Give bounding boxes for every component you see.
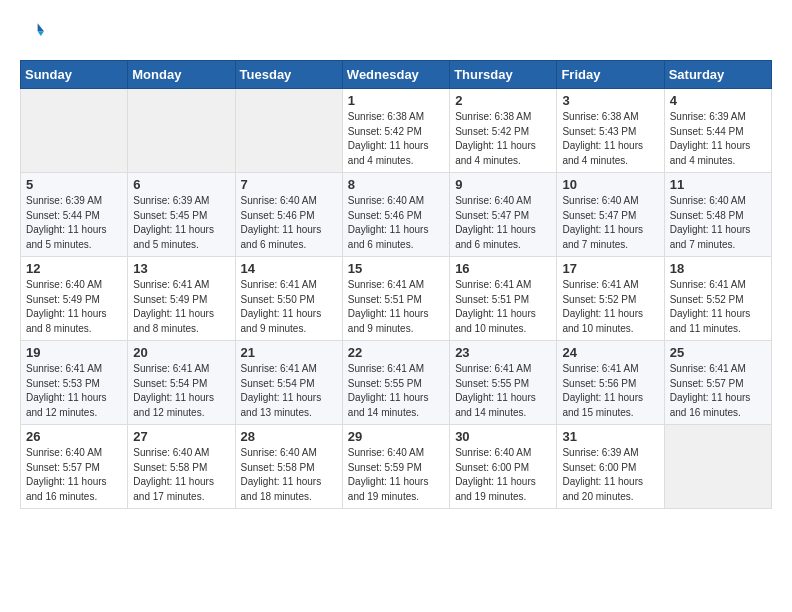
day-info: Sunrise: 6:41 AM Sunset: 5:56 PM Dayligh… xyxy=(562,362,658,420)
calendar-cell: 10Sunrise: 6:40 AM Sunset: 5:47 PM Dayli… xyxy=(557,173,664,257)
calendar-cell: 4Sunrise: 6:39 AM Sunset: 5:44 PM Daylig… xyxy=(664,89,771,173)
day-number: 22 xyxy=(348,345,444,360)
calendar-cell: 14Sunrise: 6:41 AM Sunset: 5:50 PM Dayli… xyxy=(235,257,342,341)
calendar-week-row: 19Sunrise: 6:41 AM Sunset: 5:53 PM Dayli… xyxy=(21,341,772,425)
weekday-header: Saturday xyxy=(664,61,771,89)
day-number: 11 xyxy=(670,177,766,192)
calendar-cell xyxy=(128,89,235,173)
day-number: 3 xyxy=(562,93,658,108)
calendar-cell: 23Sunrise: 6:41 AM Sunset: 5:55 PM Dayli… xyxy=(450,341,557,425)
day-info: Sunrise: 6:40 AM Sunset: 5:48 PM Dayligh… xyxy=(670,194,766,252)
calendar-week-row: 26Sunrise: 6:40 AM Sunset: 5:57 PM Dayli… xyxy=(21,425,772,509)
day-info: Sunrise: 6:41 AM Sunset: 5:49 PM Dayligh… xyxy=(133,278,229,336)
calendar-week-row: 5Sunrise: 6:39 AM Sunset: 5:44 PM Daylig… xyxy=(21,173,772,257)
day-info: Sunrise: 6:41 AM Sunset: 5:57 PM Dayligh… xyxy=(670,362,766,420)
weekday-header: Wednesday xyxy=(342,61,449,89)
day-info: Sunrise: 6:41 AM Sunset: 5:54 PM Dayligh… xyxy=(241,362,337,420)
day-number: 5 xyxy=(26,177,122,192)
calendar-cell: 27Sunrise: 6:40 AM Sunset: 5:58 PM Dayli… xyxy=(128,425,235,509)
calendar-cell: 17Sunrise: 6:41 AM Sunset: 5:52 PM Dayli… xyxy=(557,257,664,341)
day-info: Sunrise: 6:38 AM Sunset: 5:42 PM Dayligh… xyxy=(455,110,551,168)
calendar-cell: 2Sunrise: 6:38 AM Sunset: 5:42 PM Daylig… xyxy=(450,89,557,173)
calendar-table: SundayMondayTuesdayWednesdayThursdayFrid… xyxy=(20,60,772,509)
calendar-cell: 28Sunrise: 6:40 AM Sunset: 5:58 PM Dayli… xyxy=(235,425,342,509)
calendar-cell: 7Sunrise: 6:40 AM Sunset: 5:46 PM Daylig… xyxy=(235,173,342,257)
day-info: Sunrise: 6:40 AM Sunset: 5:58 PM Dayligh… xyxy=(133,446,229,504)
day-info: Sunrise: 6:38 AM Sunset: 5:42 PM Dayligh… xyxy=(348,110,444,168)
day-number: 9 xyxy=(455,177,551,192)
day-number: 13 xyxy=(133,261,229,276)
day-number: 6 xyxy=(133,177,229,192)
day-number: 29 xyxy=(348,429,444,444)
day-info: Sunrise: 6:41 AM Sunset: 5:53 PM Dayligh… xyxy=(26,362,122,420)
day-info: Sunrise: 6:41 AM Sunset: 5:52 PM Dayligh… xyxy=(670,278,766,336)
day-number: 14 xyxy=(241,261,337,276)
day-info: Sunrise: 6:40 AM Sunset: 5:58 PM Dayligh… xyxy=(241,446,337,504)
svg-marker-1 xyxy=(38,31,44,36)
weekday-header: Thursday xyxy=(450,61,557,89)
day-number: 25 xyxy=(670,345,766,360)
day-number: 17 xyxy=(562,261,658,276)
calendar-cell: 22Sunrise: 6:41 AM Sunset: 5:55 PM Dayli… xyxy=(342,341,449,425)
day-info: Sunrise: 6:39 AM Sunset: 5:44 PM Dayligh… xyxy=(26,194,122,252)
day-number: 21 xyxy=(241,345,337,360)
calendar-cell: 6Sunrise: 6:39 AM Sunset: 5:45 PM Daylig… xyxy=(128,173,235,257)
day-number: 23 xyxy=(455,345,551,360)
calendar-cell: 8Sunrise: 6:40 AM Sunset: 5:46 PM Daylig… xyxy=(342,173,449,257)
day-number: 30 xyxy=(455,429,551,444)
day-number: 16 xyxy=(455,261,551,276)
day-number: 12 xyxy=(26,261,122,276)
day-number: 2 xyxy=(455,93,551,108)
calendar-cell: 12Sunrise: 6:40 AM Sunset: 5:49 PM Dayli… xyxy=(21,257,128,341)
calendar-header-row: SundayMondayTuesdayWednesdayThursdayFrid… xyxy=(21,61,772,89)
calendar-cell: 5Sunrise: 6:39 AM Sunset: 5:44 PM Daylig… xyxy=(21,173,128,257)
calendar-week-row: 12Sunrise: 6:40 AM Sunset: 5:49 PM Dayli… xyxy=(21,257,772,341)
calendar-cell: 15Sunrise: 6:41 AM Sunset: 5:51 PM Dayli… xyxy=(342,257,449,341)
day-number: 1 xyxy=(348,93,444,108)
calendar-week-row: 1Sunrise: 6:38 AM Sunset: 5:42 PM Daylig… xyxy=(21,89,772,173)
day-number: 7 xyxy=(241,177,337,192)
day-number: 15 xyxy=(348,261,444,276)
calendar-cell: 18Sunrise: 6:41 AM Sunset: 5:52 PM Dayli… xyxy=(664,257,771,341)
day-info: Sunrise: 6:41 AM Sunset: 5:52 PM Dayligh… xyxy=(562,278,658,336)
day-number: 28 xyxy=(241,429,337,444)
calendar-cell: 19Sunrise: 6:41 AM Sunset: 5:53 PM Dayli… xyxy=(21,341,128,425)
day-info: Sunrise: 6:41 AM Sunset: 5:55 PM Dayligh… xyxy=(455,362,551,420)
calendar-cell: 29Sunrise: 6:40 AM Sunset: 5:59 PM Dayli… xyxy=(342,425,449,509)
day-info: Sunrise: 6:40 AM Sunset: 5:59 PM Dayligh… xyxy=(348,446,444,504)
calendar-cell xyxy=(235,89,342,173)
day-info: Sunrise: 6:41 AM Sunset: 5:51 PM Dayligh… xyxy=(348,278,444,336)
day-number: 26 xyxy=(26,429,122,444)
day-info: Sunrise: 6:40 AM Sunset: 6:00 PM Dayligh… xyxy=(455,446,551,504)
calendar-cell: 1Sunrise: 6:38 AM Sunset: 5:42 PM Daylig… xyxy=(342,89,449,173)
calendar-cell: 21Sunrise: 6:41 AM Sunset: 5:54 PM Dayli… xyxy=(235,341,342,425)
calendar-cell: 26Sunrise: 6:40 AM Sunset: 5:57 PM Dayli… xyxy=(21,425,128,509)
weekday-header: Tuesday xyxy=(235,61,342,89)
calendar-cell: 31Sunrise: 6:39 AM Sunset: 6:00 PM Dayli… xyxy=(557,425,664,509)
day-info: Sunrise: 6:39 AM Sunset: 6:00 PM Dayligh… xyxy=(562,446,658,504)
logo xyxy=(20,20,46,44)
calendar-cell: 3Sunrise: 6:38 AM Sunset: 5:43 PM Daylig… xyxy=(557,89,664,173)
day-number: 8 xyxy=(348,177,444,192)
calendar-cell: 11Sunrise: 6:40 AM Sunset: 5:48 PM Dayli… xyxy=(664,173,771,257)
weekday-header: Monday xyxy=(128,61,235,89)
day-info: Sunrise: 6:40 AM Sunset: 5:47 PM Dayligh… xyxy=(562,194,658,252)
calendar-cell: 30Sunrise: 6:40 AM Sunset: 6:00 PM Dayli… xyxy=(450,425,557,509)
day-number: 31 xyxy=(562,429,658,444)
day-info: Sunrise: 6:41 AM Sunset: 5:54 PM Dayligh… xyxy=(133,362,229,420)
day-info: Sunrise: 6:40 AM Sunset: 5:47 PM Dayligh… xyxy=(455,194,551,252)
calendar-cell: 24Sunrise: 6:41 AM Sunset: 5:56 PM Dayli… xyxy=(557,341,664,425)
calendar-cell xyxy=(21,89,128,173)
day-info: Sunrise: 6:40 AM Sunset: 5:46 PM Dayligh… xyxy=(348,194,444,252)
day-info: Sunrise: 6:40 AM Sunset: 5:49 PM Dayligh… xyxy=(26,278,122,336)
day-info: Sunrise: 6:41 AM Sunset: 5:51 PM Dayligh… xyxy=(455,278,551,336)
calendar-cell xyxy=(664,425,771,509)
calendar-cell: 13Sunrise: 6:41 AM Sunset: 5:49 PM Dayli… xyxy=(128,257,235,341)
page-header xyxy=(20,20,772,44)
day-number: 20 xyxy=(133,345,229,360)
calendar-cell: 9Sunrise: 6:40 AM Sunset: 5:47 PM Daylig… xyxy=(450,173,557,257)
logo-icon xyxy=(20,20,44,44)
day-info: Sunrise: 6:38 AM Sunset: 5:43 PM Dayligh… xyxy=(562,110,658,168)
calendar-cell: 25Sunrise: 6:41 AM Sunset: 5:57 PM Dayli… xyxy=(664,341,771,425)
day-info: Sunrise: 6:40 AM Sunset: 5:46 PM Dayligh… xyxy=(241,194,337,252)
